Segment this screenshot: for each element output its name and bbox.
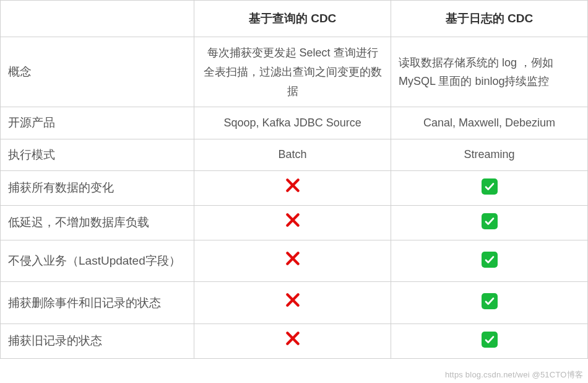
- check-icon: [482, 213, 498, 229]
- check-icon: [482, 252, 498, 268]
- cell-text: Streaming: [391, 139, 588, 170]
- header-col2: 基于日志的 CDC: [391, 1, 588, 37]
- cell-icon: [391, 324, 588, 359]
- header-col1: 基于查询的 CDC: [194, 1, 391, 37]
- cross-icon: [285, 292, 301, 308]
- check-icon: [482, 178, 498, 195]
- cell-icon: [194, 240, 391, 282]
- comparison-table: 基于查询的 CDC 基于日志的 CDC 概念每次捕获变更发起 Select 查询…: [0, 0, 588, 359]
- check-icon: [482, 332, 498, 348]
- row-label: 捕获旧记录的状态: [1, 324, 194, 359]
- header-blank: [1, 1, 194, 37]
- cell-icon: [194, 324, 391, 359]
- cell-text: Batch: [194, 139, 391, 170]
- row-label: 捕获所有数据的变化: [1, 170, 194, 205]
- cell-icon: [391, 240, 588, 282]
- cell-text: Canal, Maxwell, Debezium: [391, 107, 588, 139]
- table-row: 捕获删除事件和旧记录的状态: [1, 282, 588, 324]
- cell-text: Sqoop, Kafka JDBC Source: [194, 107, 391, 139]
- table-row: 不侵入业务（LastUpdated字段）: [1, 240, 588, 282]
- cell-icon: [391, 282, 588, 324]
- table-header-row: 基于查询的 CDC 基于日志的 CDC: [1, 1, 588, 37]
- cross-icon: [285, 250, 301, 266]
- cell-icon: [194, 170, 391, 205]
- row-label: 捕获删除事件和旧记录的状态: [1, 282, 194, 324]
- cell-icon: [194, 205, 391, 240]
- watermark-text: https blog.csdn.net/wei @51CTO博客: [445, 369, 583, 381]
- table-row: 捕获旧记录的状态: [1, 324, 588, 359]
- row-label: 执行模式: [1, 139, 194, 170]
- row-label: 低延迟，不增加数据库负载: [1, 205, 194, 240]
- cell-text: 每次捕获变更发起 Select 查询进行全表扫描，过滤出查询之间变更的数据: [194, 37, 391, 107]
- row-label: 概念: [1, 37, 194, 107]
- cell-icon: [194, 282, 391, 324]
- cross-icon: [285, 177, 301, 193]
- cross-icon: [285, 330, 301, 346]
- table-row: 执行模式BatchStreaming: [1, 139, 588, 170]
- table-row: 低延迟，不增加数据库负载: [1, 205, 588, 240]
- cell-text: 读取数据存储系统的 log ，例如 MySQL 里面的 binlog持续监控: [391, 37, 588, 107]
- row-label: 不侵入业务（LastUpdated字段）: [1, 240, 194, 282]
- row-label: 开源产品: [1, 107, 194, 139]
- cell-icon: [391, 205, 588, 240]
- cell-icon: [391, 170, 588, 205]
- table-row: 概念每次捕获变更发起 Select 查询进行全表扫描，过滤出查询之间变更的数据读…: [1, 37, 588, 107]
- check-icon: [482, 293, 498, 309]
- table-row: 开源产品Sqoop, Kafka JDBC SourceCanal, Maxwe…: [1, 107, 588, 139]
- table-row: 捕获所有数据的变化: [1, 170, 588, 205]
- cross-icon: [285, 212, 301, 228]
